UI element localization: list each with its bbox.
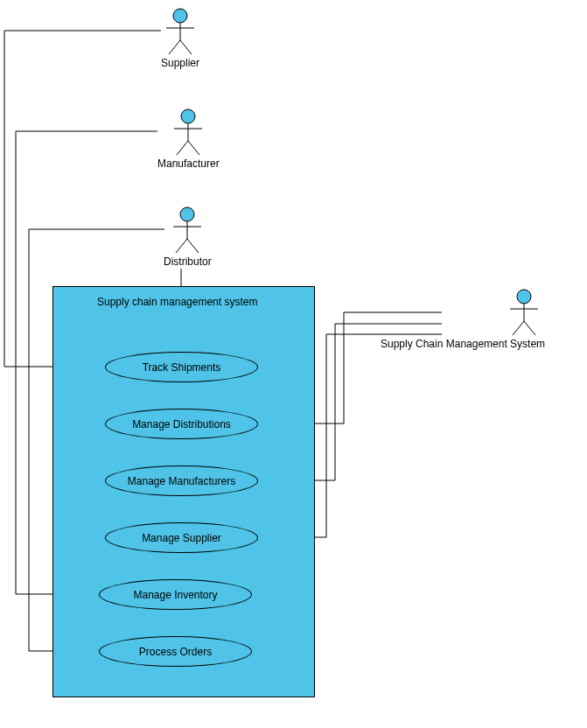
usecase-track-shipments: Track Shipments [105,352,258,382]
actor-manufacturer: Manufacturer [157,108,220,170]
svg-line-14 [187,239,199,253]
svg-line-9 [188,141,199,155]
actor-icon [170,108,206,156]
actor-icon [506,288,542,336]
svg-point-5 [181,109,195,123]
svg-point-10 [180,207,194,221]
usecase-process-orders: Process Orders [99,636,252,667]
usecase-label: Manage Manufacturers [128,475,235,487]
diagram-canvas: Supply chain management system Track Shi… [0,0,587,728]
actor-label: Supply Chain Management System [381,338,545,350]
usecase-manage-supplier: Manage Supplier [105,522,258,553]
usecase-label: Track Shipments [143,361,221,374]
svg-line-13 [176,239,187,253]
actor-icon [162,7,199,55]
svg-line-8 [177,141,188,155]
usecase-label: Manage Inventory [133,589,217,601]
usecase-label: Manage Distributions [132,418,231,430]
actor-supplier: Supplier [161,7,199,69]
actor-label: Distributor [164,256,212,268]
svg-line-4 [180,40,192,54]
system-title: Supply chain management system [97,296,257,308]
svg-line-18 [513,321,524,335]
usecase-manage-distributions: Manage Distributions [105,409,258,439]
svg-line-19 [524,321,535,335]
usecase-manage-manufacturers: Manage Manufacturers [105,466,258,496]
actor-icon [169,206,206,254]
svg-line-3 [169,40,180,54]
usecase-label: Manage Supplier [142,532,221,544]
actor-scms: Supply Chain Management System [442,288,587,350]
svg-point-0 [173,9,187,23]
actor-label: Supplier [161,57,199,69]
actor-distributor: Distributor [164,206,212,268]
svg-point-15 [517,290,531,304]
usecase-manage-inventory: Manage Inventory [99,579,252,610]
usecase-label: Process Orders [139,646,212,658]
actor-label: Manufacturer [157,158,220,170]
